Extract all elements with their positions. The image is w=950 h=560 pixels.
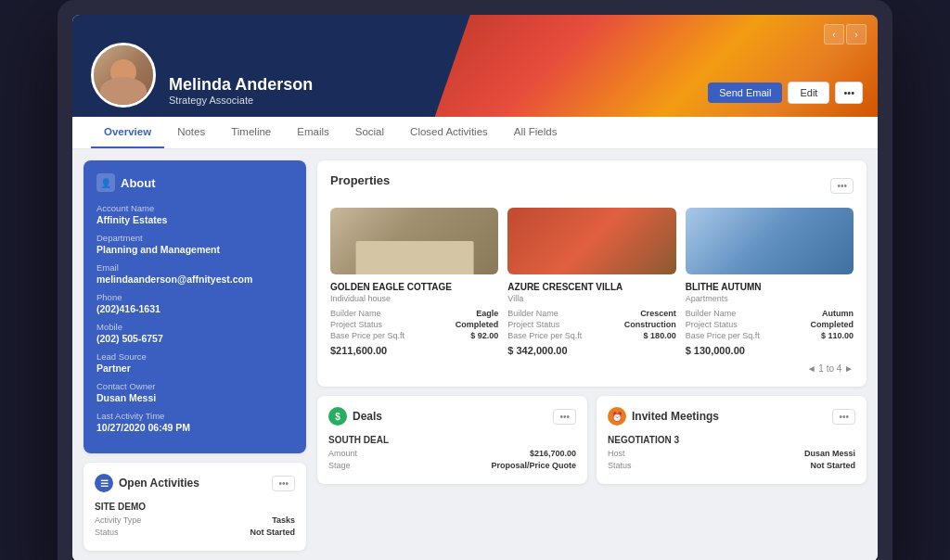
property-total-price-1: $211,600.00 <box>330 345 498 356</box>
property-total-price-2: $ 342,000.00 <box>507 345 675 356</box>
tabs-bar: Overview Notes Timeline Emails Social Cl… <box>72 117 878 149</box>
properties-pagination: ◄ 1 to 4 ► <box>330 363 854 374</box>
prop-price-row-3: Base Price per Sq.ft $ 110.00 <box>686 331 854 340</box>
meeting-host-row: Host Dusan Messi <box>608 449 855 458</box>
meeting-name: NEGOTIATION 3 <box>608 435 855 445</box>
about-card: 👤 About Account Name Affinity Estates De… <box>83 160 306 453</box>
send-email-button[interactable]: Send Email <box>708 83 782 103</box>
properties-grid: GOLDEN EAGLE COTTAGE Individual house Bu… <box>330 208 854 356</box>
deal-name: SOUTH DEAL <box>328 435 576 445</box>
prev-arrow-button[interactable]: ‹ <box>824 24 844 45</box>
bottom-row: $ Deals ••• SOUTH DEAL Amount $216,700.0… <box>317 396 867 484</box>
about-field-email: Email melindaanderson@affnityest.com <box>96 262 293 285</box>
invited-meetings-card: ⏰ Invited Meetings ••• NEGOTIATION 3 Hos… <box>597 396 867 484</box>
about-card-header: 👤 About <box>96 173 293 192</box>
properties-more-button[interactable]: ••• <box>830 178 854 194</box>
tab-notes[interactable]: Notes <box>164 117 218 148</box>
properties-title: Properties <box>330 173 390 187</box>
open-activities-card: ☰ Open Activities ••• SITE DEMO Activity… <box>83 463 306 551</box>
screen: ‹ › Melinda Anderson Strategy Associate … <box>72 15 878 560</box>
prop-builder-row-1: Builder Name Eagle <box>330 309 498 318</box>
property-name-2: AZURE CRESCENT VILLA <box>507 282 675 292</box>
deal-stage-row: Stage Proposal/Price Quote <box>328 461 576 470</box>
property-image-1 <box>330 208 498 274</box>
property-type-1: Individual house <box>330 294 498 303</box>
next-arrow-button[interactable]: › <box>846 24 867 45</box>
profile-name: Melinda Anderson <box>169 75 313 95</box>
invited-meetings-title: ⏰ Invited Meetings <box>608 407 719 426</box>
property-total-price-3: $ 130,000.00 <box>686 345 854 356</box>
open-activities-more-button[interactable]: ••• <box>272 476 295 491</box>
about-field-contact-owner: Contact Owner Dusan Messi <box>96 381 293 403</box>
deals-card: $ Deals ••• SOUTH DEAL Amount $216,700.0… <box>317 396 587 484</box>
activity-status-row: Status Not Started <box>95 528 295 537</box>
properties-card: Properties ••• GOLDEN EAGLE COTTAGE Indi… <box>317 160 867 387</box>
activity-name: SITE DEMO <box>95 502 295 512</box>
avatar <box>91 43 156 108</box>
about-field-department: Department Planning and Management <box>96 233 293 255</box>
laptop-frame: ‹ › Melinda Anderson Strategy Associate … <box>58 0 892 560</box>
left-column: 👤 About Account Name Affinity Estates De… <box>83 160 306 551</box>
prop-builder-row-2: Builder Name Crescent <box>507 309 675 318</box>
open-activities-title: ☰ Open Activities <box>95 474 199 492</box>
property-name-1: GOLDEN EAGLE COTTAGE <box>330 282 498 292</box>
prop-price-row-2: Base Price per Sq.ft $ 180.00 <box>507 331 675 340</box>
about-field-mobile: Mobile (202) 505-6757 <box>96 322 293 344</box>
banner-nav-arrows: ‹ › <box>824 24 867 45</box>
prop-status-row-2: Project Status Construction <box>507 320 675 329</box>
property-type-2: Villa <box>507 294 675 303</box>
prop-status-row-1: Project Status Completed <box>330 320 498 329</box>
deal-amount-row: Amount $216,700.00 <box>328 449 576 458</box>
property-item-3: BLITHE AUTUMN Apartments Builder Name Au… <box>686 208 854 356</box>
invited-meetings-header: ⏰ Invited Meetings ••• <box>608 407 855 426</box>
tab-timeline[interactable]: Timeline <box>218 117 284 148</box>
property-item-2: AZURE CRESCENT VILLA Villa Builder Name … <box>507 208 675 356</box>
profile-title: Strategy Associate <box>169 95 313 106</box>
about-field-account: Account Name Affinity Estates <box>96 203 293 225</box>
invited-meetings-icon: ⏰ <box>608 407 626 426</box>
about-icon: 👤 <box>96 173 115 192</box>
avatar-image <box>94 45 153 105</box>
property-image-3 <box>686 208 854 274</box>
property-name-3: BLITHE AUTUMN <box>686 282 854 292</box>
open-activities-icon: ☰ <box>95 474 113 492</box>
right-column: Properties ••• GOLDEN EAGLE COTTAGE Indi… <box>317 160 867 551</box>
meeting-status-row: Status Not Started <box>608 461 855 470</box>
about-field-lead-source: Lead Source Partner <box>96 351 293 374</box>
profile-section: Melinda Anderson Strategy Associate <box>91 43 313 108</box>
main-content: 👤 About Account Name Affinity Estates De… <box>72 149 878 560</box>
tab-social[interactable]: Social <box>342 117 397 148</box>
prop-price-row-1: Base Price per Sq.ft $ 92.00 <box>330 331 498 340</box>
deals-header: $ Deals ••• <box>328 407 576 426</box>
tab-all-fields[interactable]: All Fields <box>501 117 571 148</box>
more-options-button[interactable]: ••• <box>835 82 863 104</box>
property-item-1: GOLDEN EAGLE COTTAGE Individual house Bu… <box>330 208 498 356</box>
invited-meetings-more-button[interactable]: ••• <box>832 409 855 425</box>
deals-icon: $ <box>328 407 347 426</box>
about-field-last-activity: Last Activity Time 10/27/2020 06:49 PM <box>96 411 293 433</box>
edit-button[interactable]: Edit <box>788 82 829 104</box>
property-image-2 <box>507 208 675 274</box>
open-activities-header: ☰ Open Activities ••• <box>95 474 295 492</box>
about-field-phone: Phone (202)416-1631 <box>96 292 293 314</box>
profile-info: Melinda Anderson Strategy Associate <box>169 75 313 108</box>
about-card-title: 👤 About <box>96 173 156 192</box>
prop-builder-row-3: Builder Name Autumn <box>686 309 854 318</box>
tab-overview[interactable]: Overview <box>91 117 164 148</box>
tab-emails[interactable]: Emails <box>284 117 342 148</box>
property-type-3: Apartments <box>686 294 854 303</box>
banner-actions: Send Email Edit ••• <box>708 82 863 104</box>
activity-type-row: Activity Type Tasks <box>95 515 295 525</box>
tab-closed-activities[interactable]: Closed Activities <box>397 117 501 148</box>
deals-more-button[interactable]: ••• <box>553 409 576 425</box>
deals-title: $ Deals <box>328 407 382 426</box>
prop-status-row-3: Project Status Completed <box>686 320 854 329</box>
banner: ‹ › Melinda Anderson Strategy Associate … <box>72 15 878 117</box>
